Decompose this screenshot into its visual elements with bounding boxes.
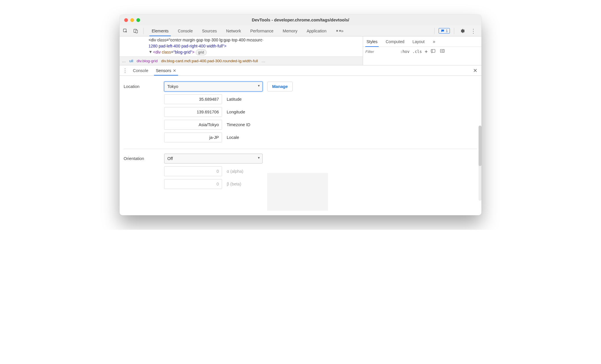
latitude-input[interactable] xyxy=(164,94,222,104)
breadcrumb-ellipsis-left[interactable]: … xyxy=(122,59,126,63)
timezone-row: Timezone ID xyxy=(164,120,477,130)
feedback-badge[interactable]: 1 xyxy=(439,28,450,34)
toolbar-right-icons: 1 ⋮ xyxy=(433,27,480,35)
locale-row: Locale xyxy=(164,133,477,142)
scrollbar[interactable] xyxy=(479,126,481,201)
styles-tabs: Styles Computed Layout » xyxy=(363,36,481,47)
location-select[interactable]: Tokyo xyxy=(164,82,263,91)
computed-styles-icon[interactable] xyxy=(430,49,436,54)
locale-input[interactable] xyxy=(164,133,222,142)
breadcrumb-ellipsis-right[interactable]: … xyxy=(261,59,265,63)
toggle-class-button[interactable]: .cls xyxy=(413,49,422,54)
svg-rect-3 xyxy=(431,49,435,53)
tab-performance[interactable]: Performance xyxy=(245,25,278,36)
drawer-tabs: ⋮ Console Sensors ✕ ✕ xyxy=(120,65,481,76)
longitude-row: Longitude xyxy=(164,107,477,117)
breadcrumb-item[interactable]: div.blog-card.md\:pad-400.pad-300.rounde… xyxy=(161,59,258,63)
styles-filter-input[interactable] xyxy=(365,49,397,54)
beta-input[interactable] xyxy=(164,179,222,189)
breadcrumb-bar[interactable]: … ull div.blog-grid div.blog-card.md\:pa… xyxy=(120,56,363,65)
latitude-label: Latitude xyxy=(227,97,242,102)
separator xyxy=(454,28,454,34)
scrollbar-thumb[interactable] xyxy=(479,126,481,166)
tab-network[interactable]: Network xyxy=(221,25,245,36)
new-style-rule-icon[interactable]: + xyxy=(425,49,428,54)
styles-tab-computed[interactable]: Computed xyxy=(384,36,406,47)
orientation-select[interactable]: Off xyxy=(164,154,263,163)
elements-panel: <div class="center margin-gap-top-300 lg… xyxy=(120,36,481,65)
longitude-label: Longitude xyxy=(227,110,245,114)
styles-more-tabs-icon[interactable]: » xyxy=(432,36,437,47)
orientation-preview xyxy=(267,173,328,211)
tab-application[interactable]: Application xyxy=(302,25,331,36)
separator xyxy=(434,28,435,34)
toggle-sidebar-icon[interactable] xyxy=(440,49,445,54)
main-toolbar: Elements Console Sources Network Perform… xyxy=(120,25,481,36)
breadcrumb-item[interactable]: ull xyxy=(129,59,133,63)
styles-sidebar: Styles Computed Layout » :hov .cls + xyxy=(363,36,481,65)
latitude-row: Latitude xyxy=(164,94,477,104)
tab-console[interactable]: Console xyxy=(173,25,197,36)
tab-memory[interactable]: Memory xyxy=(278,25,302,36)
timezone-label: Timezone ID xyxy=(227,122,250,127)
main-tabs: Elements Console Sources Network Perform… xyxy=(147,25,348,36)
devtools-window: DevTools - developer.chrome.com/tags/dev… xyxy=(120,14,481,215)
divider xyxy=(124,149,477,149)
styles-filter-bar: :hov .cls + xyxy=(363,47,481,56)
location-row: Location Tokyo Manage xyxy=(124,82,477,91)
traffic-lights xyxy=(124,18,140,22)
dom-tree[interactable]: <div class="center margin-gap-top-300 lg… xyxy=(120,36,363,65)
svg-rect-4 xyxy=(441,49,445,53)
longitude-input[interactable] xyxy=(164,107,222,117)
manage-button[interactable]: Manage xyxy=(267,82,293,91)
breadcrumb-item[interactable]: div.blog-grid xyxy=(137,59,158,63)
drawer-tab-sensors[interactable]: Sensors ✕ xyxy=(153,65,179,76)
styles-tab-styles[interactable]: Styles xyxy=(365,36,379,47)
feedback-count: 1 xyxy=(446,29,448,33)
locale-label: Locale xyxy=(227,135,239,140)
orientation-row: Orientation Off xyxy=(124,154,477,163)
toggle-hover-button[interactable]: :hov xyxy=(400,49,410,54)
inspect-element-icon[interactable] xyxy=(121,27,129,35)
settings-icon[interactable] xyxy=(458,27,466,35)
orientation-label: Orientation xyxy=(124,156,164,161)
dom-line-continuation: 1280 pad-left-400 pad-right-400 width-fu… xyxy=(149,43,360,49)
dom-line-partial: <div class="center margin-gap-top-300 lg… xyxy=(149,37,360,43)
svg-rect-2 xyxy=(136,30,138,33)
maximize-window-button[interactable] xyxy=(136,18,140,22)
location-label: Location xyxy=(124,84,164,89)
window-title: DevTools - developer.chrome.com/tags/dev… xyxy=(120,18,481,22)
styles-tab-layout[interactable]: Layout xyxy=(411,36,426,47)
separator xyxy=(143,28,144,34)
more-tabs-icon[interactable]: » xyxy=(331,25,348,36)
tab-sources[interactable]: Sources xyxy=(197,25,221,36)
beta-label: β (beta) xyxy=(227,182,241,186)
alpha-label: α (alpha) xyxy=(227,169,243,174)
titlebar: DevTools - developer.chrome.com/tags/dev… xyxy=(120,14,481,25)
close-tab-icon[interactable]: ✕ xyxy=(173,68,176,73)
close-drawer-icon[interactable]: ✕ xyxy=(473,67,479,74)
drawer-tab-console[interactable]: Console xyxy=(130,65,151,76)
minimize-window-button[interactable] xyxy=(130,18,134,22)
grid-badge[interactable]: grid xyxy=(196,49,207,55)
dom-line-expandable[interactable]: ▼<div class="blog-grid">grid xyxy=(149,50,207,54)
alpha-input[interactable] xyxy=(164,166,222,176)
close-window-button[interactable] xyxy=(124,18,128,22)
sensors-panel: Location Tokyo Manage Latitude Longitude… xyxy=(120,76,481,215)
device-toolbar-icon[interactable] xyxy=(132,27,140,35)
drawer-more-options-icon[interactable]: ⋮ xyxy=(122,67,128,74)
timezone-input[interactable] xyxy=(164,120,222,130)
tab-elements[interactable]: Elements xyxy=(147,25,173,36)
drawer-tab-label: Sensors xyxy=(156,68,171,73)
more-options-icon[interactable]: ⋮ xyxy=(469,27,477,35)
